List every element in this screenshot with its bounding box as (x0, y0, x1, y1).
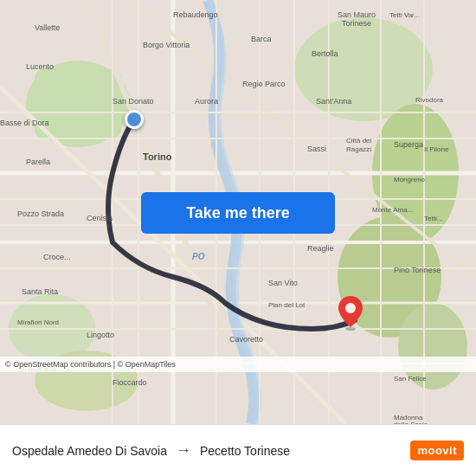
origin-label: Ospedale Amedeo Di Savoia (12, 444, 167, 458)
svg-text:Città dei: Città dei (346, 137, 372, 145)
origin-marker (125, 110, 144, 129)
svg-text:Superga: Superga (394, 140, 423, 149)
svg-text:Cavoretto: Cavoretto (229, 335, 263, 344)
svg-text:Mongreno: Mongreno (394, 176, 426, 183)
svg-text:Fioccardo: Fioccardo (113, 378, 147, 387)
svg-point-76 (345, 303, 356, 313)
svg-text:Parella: Parella (26, 158, 50, 166)
svg-text:Santa Rita: Santa Rita (22, 287, 58, 296)
destination-label: Pecetto Torinese (200, 444, 290, 458)
moovit-logo: moovit (410, 441, 464, 460)
moovit-logo-text: moovit (410, 441, 464, 460)
route-arrow-icon: → (176, 441, 191, 460)
svg-text:Lucento: Lucento (26, 62, 54, 71)
svg-text:Tetti...: Tetti... (424, 215, 442, 222)
take-me-there-button[interactable]: Take me there (141, 192, 335, 234)
svg-text:San Vito: San Vito (268, 279, 298, 287)
svg-text:Monte Ama...: Monte Ama... (372, 206, 413, 214)
svg-text:San Felice: San Felice (394, 375, 427, 383)
svg-text:Torinese: Torinese (342, 19, 371, 28)
map-container: Vallette Rebaudengo San Mauro Torinese T… (0, 0, 476, 424)
svg-text:Ragazzi: Ragazzi (346, 145, 371, 153)
svg-text:San Donato: San Donato (113, 97, 154, 106)
svg-text:Regio Parco: Regio Parco (242, 80, 286, 88)
svg-text:Il Pilone: Il Pilone (424, 145, 449, 153)
svg-text:Plan del Lot: Plan del Lot (268, 301, 306, 309)
svg-text:Reaglie: Reaglie (307, 244, 334, 253)
svg-text:Rivodora: Rivodora (415, 96, 444, 104)
destination-marker (336, 294, 365, 334)
svg-text:Lingotto: Lingotto (87, 331, 114, 339)
svg-text:Pino Torinese: Pino Torinese (394, 266, 441, 274)
svg-text:PO: PO (192, 252, 205, 261)
svg-text:Rebaudengo: Rebaudengo (173, 10, 218, 19)
svg-text:San Mauro: San Mauro (338, 10, 376, 19)
svg-text:Bertolla: Bertolla (312, 49, 338, 58)
svg-text:Croce...: Croce... (43, 253, 71, 261)
svg-text:Barca: Barca (251, 35, 272, 43)
svg-point-75 (345, 327, 356, 331)
svg-text:Torino: Torino (143, 151, 172, 162)
svg-text:Tetti Var...: Tetti Var... (389, 11, 420, 19)
svg-text:Mirafiori Nord: Mirafiori Nord (17, 318, 59, 326)
svg-text:Vallette: Vallette (35, 23, 60, 32)
svg-text:Pozzo Strada: Pozzo Strada (17, 209, 64, 218)
svg-text:Sant'Anna: Sant'Anna (316, 97, 351, 106)
svg-text:Sassi: Sassi (307, 145, 326, 153)
svg-text:Basse di Dora: Basse di Dora (0, 119, 49, 127)
svg-text:Cenisia: Cenisia (87, 214, 113, 222)
bottom-bar: Ospedale Amedeo Di Savoia → Pecetto Tori… (0, 424, 476, 476)
map-attribution: © OpenStreetMap contributors | © OpenMap… (0, 357, 476, 372)
svg-text:Borgo Vittoria: Borgo Vittoria (143, 41, 190, 49)
svg-text:Aurora: Aurora (195, 97, 218, 106)
svg-rect-2 (35, 69, 121, 138)
